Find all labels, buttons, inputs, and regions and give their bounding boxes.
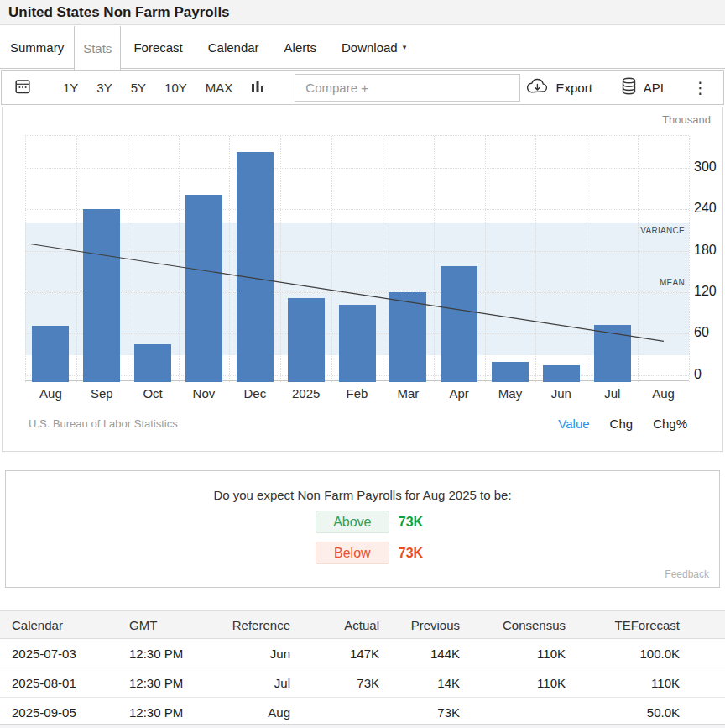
x-tick-label: Nov bbox=[179, 386, 229, 401]
plot-area: VARIANCEMEAN bbox=[25, 135, 689, 381]
column-header: Reference bbox=[216, 611, 290, 639]
y-axis: 060120180240300 bbox=[694, 135, 725, 381]
above-button[interactable]: Above bbox=[316, 511, 389, 533]
chart-mode-links: Value Chg Chg% bbox=[558, 416, 687, 431]
table-cell bbox=[290, 698, 379, 727]
tab-alerts[interactable]: Alerts bbox=[272, 26, 329, 68]
y-tick-label: 0 bbox=[694, 367, 702, 382]
compare-input[interactable] bbox=[295, 74, 520, 102]
table-cell: 2025-09-05 bbox=[0, 698, 117, 727]
y-tick-label: 300 bbox=[694, 160, 717, 175]
below-value: 73K bbox=[399, 546, 423, 561]
export-label: Export bbox=[555, 81, 592, 95]
y-axis-unit-label: Thousand bbox=[662, 113, 711, 126]
table-cell: Jul bbox=[216, 668, 290, 698]
gridline-vertical bbox=[689, 136, 690, 382]
table-cell bbox=[460, 698, 566, 727]
range-max[interactable]: MAX bbox=[206, 81, 233, 95]
range-1y[interactable]: 1Y bbox=[63, 81, 78, 95]
x-tick-label: Sep bbox=[76, 386, 127, 401]
calendar-icon bbox=[13, 77, 32, 98]
x-tick-label: May bbox=[485, 386, 535, 401]
bar-chart-icon bbox=[252, 79, 264, 97]
export-button[interactable]: Export bbox=[526, 78, 592, 97]
tab-download[interactable]: Download ▾ bbox=[329, 26, 419, 68]
mode-link-chg[interactable]: Chg bbox=[610, 416, 634, 431]
api-label: API bbox=[644, 81, 664, 95]
column-header: GMT bbox=[117, 611, 216, 639]
page: United States Non Farm Payrolls Summary … bbox=[0, 0, 725, 728]
trend-line bbox=[25, 136, 689, 382]
below-button[interactable]: Below bbox=[316, 542, 389, 564]
above-value: 73K bbox=[399, 515, 423, 530]
range-3y[interactable]: 3Y bbox=[96, 81, 112, 95]
table-cell: 110K bbox=[460, 639, 566, 668]
x-tick-label: Jun bbox=[536, 386, 587, 401]
calendar-table: CalendarGMTReferenceActualPreviousConsen… bbox=[0, 610, 725, 727]
table-cell: 73K bbox=[379, 698, 460, 727]
tab-calendar[interactable]: Calendar bbox=[196, 26, 272, 68]
table-cell: Aug bbox=[216, 698, 290, 727]
tab-summary[interactable]: Summary bbox=[0, 26, 74, 68]
x-axis: AugSepOctNovDec2025FebMarAprMayJunJulAug bbox=[25, 386, 689, 403]
x-tick-label: Mar bbox=[383, 386, 433, 401]
api-button[interactable]: API bbox=[621, 77, 664, 97]
table-row[interactable]: 2025-09-0512:30 PMAug73K50.0K bbox=[0, 698, 725, 727]
table-cell: 147K bbox=[290, 639, 379, 668]
range-10y[interactable]: 10Y bbox=[164, 81, 187, 95]
table-cell: 73K bbox=[290, 668, 379, 698]
table-header-row: CalendarGMTReferenceActualPreviousConsen… bbox=[0, 611, 725, 639]
mode-link-value[interactable]: Value bbox=[558, 416, 589, 431]
cloud-download-icon bbox=[526, 78, 549, 97]
table-cell: 110K bbox=[566, 668, 725, 698]
table-cell: 50.0K bbox=[566, 698, 725, 727]
page-header: United States Non Farm Payrolls bbox=[0, 0, 725, 25]
chart-panel: Thousand VARIANCEMEAN 060120180240300 Au… bbox=[2, 107, 723, 452]
tab-forecast[interactable]: Forecast bbox=[121, 26, 195, 68]
y-tick-label: 180 bbox=[694, 243, 717, 258]
table-cell: 100.0K bbox=[566, 639, 725, 668]
column-header: Previous bbox=[379, 611, 460, 639]
column-header: Consensus bbox=[460, 611, 566, 639]
poll-question: Do you expect Non Farm Payrolls for Aug … bbox=[6, 488, 719, 502]
x-tick-label: Aug bbox=[25, 386, 76, 401]
variance-label: VARIANCE bbox=[640, 226, 685, 235]
table-cell: 144K bbox=[379, 639, 460, 668]
tab-bar: Summary Stats Forecast Calendar Alerts D… bbox=[0, 26, 725, 69]
poll-option-above: Above 73K bbox=[13, 511, 725, 533]
feedback-link[interactable]: Feedback bbox=[665, 568, 709, 580]
mean-label: MEAN bbox=[660, 278, 685, 287]
mode-link-chgpct[interactable]: Chg% bbox=[653, 416, 687, 431]
table-cell: 2025-08-01 bbox=[0, 668, 117, 698]
poll-box: Do you expect Non Farm Payrolls for Aug … bbox=[5, 470, 720, 588]
table-row[interactable]: 2025-07-0312:30 PMJun147K144K110K100.0K bbox=[0, 639, 725, 668]
table-cell: 12:30 PM bbox=[117, 668, 216, 698]
table-row[interactable]: 2025-08-0112:30 PMJul73K14K110K110K bbox=[0, 668, 725, 698]
range-5y[interactable]: 5Y bbox=[131, 81, 146, 95]
tab-download-label: Download bbox=[342, 40, 398, 55]
source-attribution: U.S. Bureau of Labor Statistics bbox=[29, 417, 178, 430]
chart-type-button[interactable] bbox=[252, 79, 264, 97]
table-cell: 12:30 PM bbox=[117, 639, 216, 668]
y-tick-label: 240 bbox=[694, 201, 717, 216]
column-header: Actual bbox=[290, 611, 379, 639]
x-tick-label: Oct bbox=[128, 386, 178, 401]
database-icon bbox=[621, 77, 637, 97]
calendar-table-section: CalendarGMTReferenceActualPreviousConsen… bbox=[0, 610, 725, 728]
page-title: United States Non Farm Payrolls bbox=[8, 4, 230, 21]
kebab-menu-icon[interactable]: ⋮ bbox=[689, 80, 712, 96]
x-tick-label: Aug bbox=[639, 386, 689, 401]
chevron-down-icon: ▾ bbox=[403, 43, 407, 51]
table-cell: 14K bbox=[379, 668, 460, 698]
table-cell: Jun bbox=[216, 639, 290, 668]
x-tick-label: Feb bbox=[332, 386, 383, 401]
tab-stats[interactable]: Stats bbox=[74, 26, 121, 70]
x-tick-label: Dec bbox=[230, 386, 280, 401]
x-tick-label: Apr bbox=[434, 386, 484, 401]
y-tick-label: 120 bbox=[694, 284, 717, 299]
next-section-edge bbox=[0, 724, 725, 728]
x-tick-label: 2025 bbox=[281, 386, 331, 401]
date-range-button[interactable] bbox=[13, 77, 32, 98]
column-header: TEForecast bbox=[566, 611, 725, 639]
table-cell: 12:30 PM bbox=[117, 698, 216, 727]
